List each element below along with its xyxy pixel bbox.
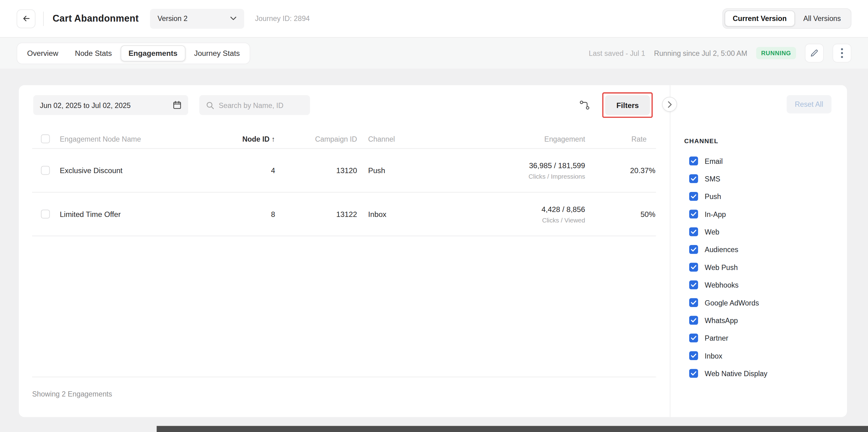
channel-filter-webhooks[interactable]: Webhooks bbox=[689, 279, 832, 290]
version-dropdown[interactable]: Version 2 bbox=[150, 9, 244, 29]
reset-all-button[interactable]: Reset All bbox=[786, 95, 832, 113]
back-button[interactable] bbox=[17, 9, 35, 28]
checked-checkbox-icon[interactable] bbox=[689, 280, 698, 290]
date-range-picker[interactable]: Jun 02, 2025 to Jul 02, 2025 bbox=[33, 95, 188, 115]
channel-label: Webhooks bbox=[705, 281, 739, 289]
bottom-taskbar-strip bbox=[157, 426, 868, 432]
channel-label: Inbox bbox=[705, 352, 722, 360]
channel-label: Google AdWords bbox=[705, 298, 759, 307]
engagement-cell: 4,428 / 8,856 Clicks / Viewed bbox=[476, 205, 585, 223]
search-input[interactable] bbox=[219, 101, 303, 109]
checked-checkbox-icon[interactable] bbox=[689, 369, 698, 378]
app-root: Cart Abandonment Version 2 Journey ID: 2… bbox=[0, 0, 868, 432]
column-header-campaign-id: Campaign ID bbox=[275, 135, 357, 143]
checked-checkbox-icon[interactable] bbox=[689, 263, 698, 271]
tab-journey-stats[interactable]: Journey Stats bbox=[186, 45, 247, 61]
channel-filter-partner[interactable]: Partner bbox=[689, 332, 832, 343]
engagement-cell: 36,985 / 181,599 Clicks / Impressions bbox=[476, 161, 585, 179]
rate-cell: 50% bbox=[585, 210, 655, 218]
back-arrow-icon bbox=[22, 14, 30, 23]
current-version-toggle[interactable]: Current Version bbox=[724, 10, 795, 27]
tab-strip: Overview Node Stats Engagements Journey … bbox=[0, 38, 868, 68]
column-header-channel: Channel bbox=[357, 135, 476, 143]
page-title: Cart Abandonment bbox=[53, 13, 139, 24]
tab-node-stats[interactable]: Node Stats bbox=[67, 45, 120, 61]
checked-checkbox-icon[interactable] bbox=[689, 174, 698, 183]
all-versions-toggle[interactable]: All Versions bbox=[795, 10, 849, 27]
date-range-value: Jun 02, 2025 to Jul 02, 2025 bbox=[40, 101, 131, 109]
channel-label: Audiences bbox=[705, 245, 738, 254]
app-header: Cart Abandonment Version 2 Journey ID: 2… bbox=[0, 0, 868, 38]
channel-filter-google-adwords[interactable]: Google AdWords bbox=[689, 297, 832, 308]
channel-filter-web-push[interactable]: Web Push bbox=[689, 262, 832, 273]
channel-label: SMS bbox=[705, 175, 720, 183]
channel-label: Web Native Display bbox=[705, 369, 767, 378]
row-checkbox[interactable] bbox=[41, 209, 50, 219]
filters-button-wrap: Filters bbox=[606, 95, 650, 115]
campaign-id-cell: 13120 bbox=[275, 166, 357, 175]
column-header-engagement: Engagement bbox=[476, 135, 585, 143]
header-divider bbox=[43, 11, 44, 26]
channel-filter-push[interactable]: Push bbox=[689, 191, 832, 202]
collapse-filters-button[interactable] bbox=[662, 97, 677, 112]
channel-filter-in-app[interactable]: In-App bbox=[689, 209, 832, 220]
channel-filter-web[interactable]: Web bbox=[689, 226, 832, 237]
column-header-name: Engagement Node Name bbox=[60, 135, 221, 143]
checked-checkbox-icon[interactable] bbox=[689, 316, 698, 325]
calendar-icon bbox=[173, 101, 182, 109]
node-name-cell: Exclusive Discount bbox=[60, 166, 221, 175]
pencil-icon bbox=[810, 49, 819, 58]
checked-checkbox-icon[interactable] bbox=[689, 227, 698, 236]
table-row[interactable]: Limited Time Offer 8 13122 Inbox 4,428 /… bbox=[32, 193, 656, 236]
checked-checkbox-icon[interactable] bbox=[689, 351, 698, 360]
last-saved-label: Last saved - Jul 1 bbox=[589, 49, 645, 57]
row-checkbox[interactable] bbox=[41, 166, 50, 175]
sort-ascending-icon: ↑ bbox=[272, 135, 275, 143]
checked-checkbox-icon[interactable] bbox=[689, 209, 698, 219]
table-footer: Showing 2 Engagements bbox=[19, 377, 670, 417]
channel-cell: Inbox bbox=[357, 210, 476, 218]
campaign-id-cell: 13122 bbox=[275, 210, 357, 218]
channel-label: In-App bbox=[705, 210, 726, 218]
chevron-down-icon bbox=[230, 16, 236, 21]
journey-flow-button[interactable] bbox=[576, 96, 594, 114]
checked-checkbox-icon[interactable] bbox=[689, 245, 698, 254]
channel-section-title: CHANNEL bbox=[684, 138, 832, 144]
search-icon bbox=[206, 101, 214, 109]
search-box bbox=[199, 95, 310, 115]
tab-overview[interactable]: Overview bbox=[20, 45, 66, 61]
kebab-menu-icon bbox=[841, 48, 843, 58]
engagement-value: 36,985 / 181,599 bbox=[476, 161, 585, 170]
engagement-sub-label: Clicks / Viewed bbox=[476, 217, 585, 223]
filters-panel: Reset All CHANNEL Email SMS Push In-App bbox=[670, 85, 847, 417]
column-header-rate: Rate bbox=[585, 135, 655, 143]
channel-filter-whatsapp[interactable]: WhatsApp bbox=[689, 315, 832, 326]
journey-id-label: Journey ID: 2894 bbox=[255, 14, 310, 23]
node-id-cell: 8 bbox=[221, 210, 275, 218]
channel-label: Partner bbox=[705, 334, 728, 342]
checked-checkbox-icon[interactable] bbox=[689, 298, 698, 307]
more-options-button[interactable] bbox=[833, 44, 851, 63]
channel-filter-audiences[interactable]: Audiences bbox=[689, 244, 832, 255]
results-count-label: Showing 2 Engagements bbox=[19, 377, 670, 398]
channel-filter-web-native-display[interactable]: Web Native Display bbox=[689, 368, 832, 379]
filters-button[interactable]: Filters bbox=[606, 95, 650, 115]
column-header-node-id[interactable]: Node ID ↑ bbox=[221, 135, 275, 143]
table-toolbar: Jun 02, 2025 to Jul 02, 2025 bbox=[19, 85, 670, 115]
channel-filter-sms[interactable]: SMS bbox=[689, 173, 832, 184]
channel-label: Web bbox=[705, 228, 719, 236]
edit-button[interactable] bbox=[805, 44, 824, 63]
journey-meta: Last saved - Jul 1 Running since Jul 2, … bbox=[589, 44, 851, 63]
table-row[interactable]: Exclusive Discount 4 13120 Push 36,985 /… bbox=[32, 149, 656, 192]
checked-checkbox-icon[interactable] bbox=[689, 157, 698, 165]
channel-label: Push bbox=[705, 192, 721, 201]
channel-filter-email[interactable]: Email bbox=[689, 156, 832, 167]
select-all-checkbox[interactable] bbox=[41, 135, 50, 143]
checked-checkbox-icon[interactable] bbox=[689, 192, 698, 201]
status-badge: RUNNING bbox=[756, 47, 796, 59]
channel-cell: Push bbox=[357, 166, 476, 175]
node-id-cell: 4 bbox=[221, 166, 275, 175]
channel-filter-inbox[interactable]: Inbox bbox=[689, 350, 832, 361]
tab-engagements[interactable]: Engagements bbox=[121, 45, 185, 61]
checked-checkbox-icon[interactable] bbox=[689, 334, 698, 342]
